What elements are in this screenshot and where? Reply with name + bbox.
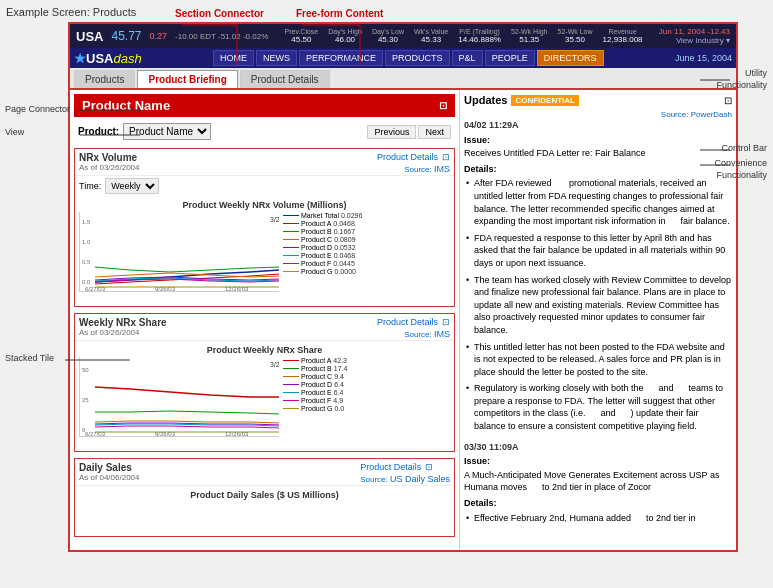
weekly-chart-title: Product Weekly NRx Share bbox=[79, 345, 450, 355]
section-connector-label: Section Connector bbox=[175, 8, 264, 19]
nav-people[interactable]: PEOPLE bbox=[485, 50, 535, 66]
outer-container: Example Screen: Products Section Connect… bbox=[0, 0, 773, 588]
weekly-legend-a: Product A 42.3 bbox=[283, 357, 364, 364]
nrx-legend: Market Total 0.0296 Product A 0.0468 bbox=[279, 212, 364, 302]
next-button[interactable]: Next bbox=[418, 125, 451, 139]
legend-color-f bbox=[283, 263, 299, 265]
stat-wk-value: Wk's Value 45.33 bbox=[414, 28, 448, 44]
ticker-sub-change: -10.00 EDT -51.02 -0.02% bbox=[175, 32, 268, 41]
weekly-legend-b: Product B 17.4 bbox=[283, 365, 364, 372]
convenience-func-label: ConvenienceFunctionality bbox=[714, 158, 767, 181]
legend-color-market bbox=[283, 215, 299, 217]
ticker-left: USA 45.77 0.27 -10.00 EDT -51.02 -0.02% bbox=[76, 29, 268, 44]
ticker-symbol: USA bbox=[76, 29, 103, 44]
legend-product-g: Product G 0.0000 bbox=[283, 268, 364, 275]
nav-products[interactable]: PRODUCTS bbox=[385, 50, 450, 66]
nrx-chart-title: Product Weekly NRx Volume (Millions) bbox=[79, 200, 450, 210]
content-area: Product Name ⊡ Product: Product Name Pre… bbox=[70, 90, 736, 550]
weekly-source-link[interactable]: IMS bbox=[434, 329, 450, 339]
tab-bar: Products Product Briefing Product Detail… bbox=[70, 68, 736, 90]
ticker-right-info: Jun 11, 2004 -12.43 View Industry ▾ bbox=[659, 27, 730, 45]
nrx-source-link[interactable]: IMS bbox=[434, 164, 450, 174]
legend-color-c bbox=[283, 239, 299, 241]
update-issue-text-2: A Much-Anticipated Move Generates Excite… bbox=[464, 469, 732, 494]
daily-date: As of 04/06/2004 bbox=[79, 473, 140, 482]
right-panel: Updates CONFIDENTIAL ⊡ Source: PowerDash… bbox=[460, 90, 736, 550]
svg-text:3/26/04: 3/26/04 bbox=[270, 361, 279, 368]
nrx-tile-right: Product Details ⊡ Source: IMS bbox=[377, 152, 450, 174]
nav-buttons: Previous Next bbox=[367, 125, 451, 139]
update-issue-1: Issue: bbox=[464, 134, 732, 147]
view-industry-link[interactable]: View Industry ▾ bbox=[676, 36, 730, 45]
logo-area: ★ USA dash bbox=[74, 51, 142, 66]
expand-icon[interactable]: ⊡ bbox=[439, 100, 447, 111]
left-panel: Product Name ⊡ Product: Product Name Pre… bbox=[70, 90, 460, 550]
nrx-product-details-link[interactable]: Product Details bbox=[377, 152, 438, 162]
updates-source: Source: PowerDash bbox=[464, 110, 732, 119]
ticker-stats: Prev.Close 45.50 Day's High 46.00 Day's … bbox=[285, 28, 643, 44]
utility-functionality-label: UtilityFunctionality bbox=[716, 68, 767, 91]
nav-home[interactable]: HOME bbox=[213, 50, 254, 66]
legend-color-e bbox=[283, 255, 299, 257]
product-selector-dropdown[interactable]: Product Name bbox=[123, 123, 211, 140]
nrx-chart-container: 3/26/04 1.5 1.0 0.5 0.0 bbox=[79, 212, 450, 302]
nav-pl[interactable]: P&L bbox=[452, 50, 483, 66]
legend-product-c: Product C 0.0809 bbox=[283, 236, 364, 243]
header-date: June 15, 2004 bbox=[675, 53, 732, 63]
nrx-date: As of 03/26/2004 bbox=[79, 163, 140, 172]
daily-product-details-link[interactable]: Product Details bbox=[360, 462, 421, 472]
nav-performance[interactable]: PERFORMANCE bbox=[299, 50, 383, 66]
ticker-bar: USA 45.77 0.27 -10.00 EDT -51.02 -0.02% … bbox=[70, 24, 736, 48]
nav-news[interactable]: NEWS bbox=[256, 50, 297, 66]
daily-chart-area: Product Daily Sales ($ US Millions) bbox=[75, 486, 454, 536]
legend-product-f: Product F 0.0445 bbox=[283, 260, 364, 267]
update-bullet-4: This untitled letter has not been posted… bbox=[474, 341, 732, 379]
update-bullet-3: The team has worked closely with Review … bbox=[474, 274, 732, 337]
update-details-label-2: Details: bbox=[464, 497, 732, 510]
product-name-title: Product Name bbox=[82, 98, 170, 113]
updates-source-link[interactable]: PowerDash bbox=[691, 110, 732, 119]
stat-days-low: Day's Low 45.30 bbox=[372, 28, 404, 44]
nav-bar: HOME NEWS PERFORMANCE PRODUCTS P&L PEOPL… bbox=[213, 50, 603, 66]
svg-text:12/26/03: 12/26/03 bbox=[225, 286, 249, 292]
update-bullet-2: FDA requested a response to this letter … bbox=[474, 232, 732, 270]
control-bar-label: Control Bar bbox=[721, 143, 767, 153]
tab-product-details[interactable]: Product Details bbox=[240, 70, 330, 88]
daily-expand-icon[interactable]: ⊡ bbox=[425, 462, 433, 472]
product-name-bar: Product Name ⊡ bbox=[74, 94, 455, 117]
update-issue-2: Issue: bbox=[464, 455, 732, 468]
confidential-badge: CONFIDENTIAL bbox=[511, 95, 579, 106]
weekly-tile-left: Weekly NRx Share As of 03/26/2004 bbox=[79, 317, 167, 337]
legend-product-e: Product E 0.0468 bbox=[283, 252, 364, 259]
product-selector-row: Product: Product Name Previous Next bbox=[74, 121, 455, 142]
prev-button[interactable]: Previous bbox=[367, 125, 416, 139]
stacked-tile-label: Stacked Tile bbox=[5, 353, 54, 363]
daily-source-link[interactable]: US Daily Sales bbox=[390, 474, 450, 484]
update-issue-text-1: Receives Untitled FDA Letter re: Fair Ba… bbox=[464, 147, 732, 160]
weekly-chart-svg: 3/26/04 50 25 0 6 bbox=[79, 357, 279, 437]
weekly-product-details-link[interactable]: Product Details bbox=[377, 317, 438, 327]
svg-text:9/26/03: 9/26/03 bbox=[155, 431, 176, 437]
legend-color-a bbox=[283, 223, 299, 225]
update-bullet-5: Regulatory is working closely with both … bbox=[474, 382, 732, 432]
update-timestamp-2: 03/30 11:09A bbox=[464, 441, 732, 454]
nav-directors[interactable]: DIRECTORS bbox=[537, 50, 604, 66]
daily-tile-header: Daily Sales As of 04/06/2004 Product Det… bbox=[75, 459, 454, 486]
updates-expand-icon[interactable]: ⊡ bbox=[724, 95, 732, 106]
tab-products[interactable]: Products bbox=[74, 70, 135, 88]
daily-sales-tile: Daily Sales As of 04/06/2004 Product Det… bbox=[74, 458, 455, 537]
weekly-date: As of 03/26/2004 bbox=[79, 328, 167, 337]
time-dropdown[interactable]: Weekly bbox=[105, 178, 159, 194]
weekly-legend-g: Product G 0.0 bbox=[283, 405, 364, 412]
stat-52wk-high: 52-Wk High 51.35 bbox=[511, 28, 548, 44]
nrx-expand-icon[interactable]: ⊡ bbox=[442, 152, 450, 162]
weekly-legend-f: Product F 4.9 bbox=[283, 397, 364, 404]
legend-product-d: Product D 0.0532 bbox=[283, 244, 364, 251]
weekly-expand-icon[interactable]: ⊡ bbox=[442, 317, 450, 327]
daily-title: Daily Sales bbox=[79, 462, 140, 473]
svg-text:0.5: 0.5 bbox=[82, 259, 91, 265]
example-label: Example Screen: Products bbox=[6, 6, 767, 18]
header-bar: ★ USA dash HOME NEWS PERFORMANCE PRODUCT… bbox=[70, 48, 736, 68]
tab-product-briefing[interactable]: Product Briefing bbox=[137, 70, 237, 88]
nrx-chart-area: Product Weekly NRx Volume (Millions) 3/2… bbox=[75, 196, 454, 306]
